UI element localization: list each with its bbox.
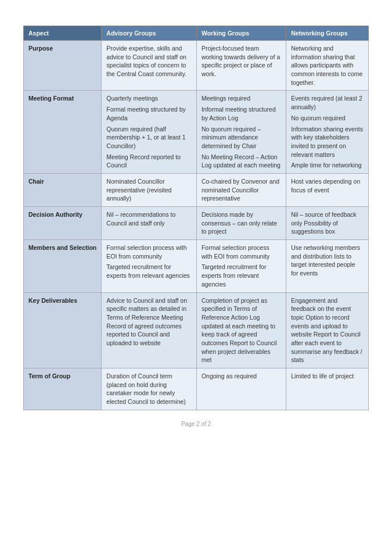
cell-advisory: Nominated Councillor representative (rev…	[102, 173, 197, 206]
table-row: Meeting FormatQuarterly meetingsFormal m…	[24, 91, 369, 174]
table-row: Term of GroupDuration of Council term (p…	[24, 368, 369, 410]
table-header-row: Aspect Advisory Groups Working Groups Ne…	[24, 26, 369, 41]
cell-advisory: Duration of Council term (placed on hold…	[102, 368, 197, 410]
cell-networking: Networking and information sharing that …	[286, 41, 369, 91]
table-row: Members and SelectionFormal selection pr…	[24, 240, 369, 292]
cell-aspect: Key Deliverables	[24, 292, 102, 368]
cell-aspect: Chair	[24, 173, 102, 206]
cell-aspect: Decision Authority	[24, 207, 102, 240]
cell-working: Project-focused team working towards del…	[196, 41, 286, 91]
col-advisory: Advisory Groups	[102, 26, 197, 41]
cell-working: Formal selection process with EOI from c…	[196, 240, 286, 292]
cell-working: Meetings requiredInformal meeting struct…	[196, 91, 286, 174]
cell-aspect: Members and Selection	[24, 240, 102, 292]
table-row: Decision AuthorityNil – recommendations …	[24, 207, 369, 240]
cell-aspect: Term of Group	[24, 368, 102, 410]
cell-advisory: Advice to Council and staff on specific …	[102, 292, 197, 368]
col-networking: Networking Groups	[286, 26, 369, 41]
cell-working: Completion of project as specified in Te…	[196, 292, 286, 368]
table-row: ChairNominated Councillor representative…	[24, 173, 369, 206]
cell-networking: Host varies depending on focus of event	[286, 173, 369, 206]
cell-advisory: Provide expertise, skills and advice to …	[102, 41, 197, 91]
cell-working: Ongoing as required	[196, 368, 286, 410]
cell-networking: Nil – source of feedback only Possibilit…	[286, 207, 369, 240]
cell-networking: Engagement and feedback on the event top…	[286, 292, 369, 368]
cell-advisory: Nil – recommendations to Council and sta…	[102, 207, 197, 240]
col-working: Working Groups	[196, 26, 286, 41]
cell-advisory: Quarterly meetingsFormal meeting structu…	[102, 91, 197, 174]
cell-aspect: Meeting Format	[24, 91, 102, 174]
page-footer: Page 2 of 2	[23, 421, 369, 427]
cell-working: Co-chaired by Convenor and nominated Cou…	[196, 173, 286, 206]
comparison-table: Aspect Advisory Groups Working Groups Ne…	[23, 26, 369, 410]
table-row: PurposeProvide expertise, skills and adv…	[24, 41, 369, 91]
cell-networking: Events required (at least 2 annually)No …	[286, 91, 369, 174]
cell-networking: Limited to life of project	[286, 368, 369, 410]
cell-working: Decisions made by consensus – can only r…	[196, 207, 286, 240]
table-row: Key DeliverablesAdvice to Council and st…	[24, 292, 369, 368]
cell-advisory: Formal selection process with EOI from c…	[102, 240, 197, 292]
col-aspect: Aspect	[24, 26, 102, 41]
cell-aspect: Purpose	[24, 41, 102, 91]
cell-networking: Use networking members and distribution …	[286, 240, 369, 292]
